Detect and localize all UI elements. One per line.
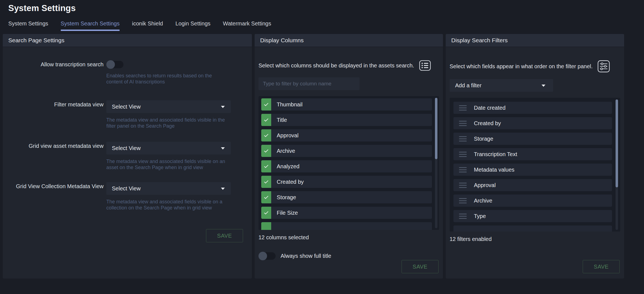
filter-row[interactable]: Type	[453, 210, 612, 222]
columns-scrollbar-thumb[interactable]	[435, 98, 437, 159]
toggle-knob	[258, 252, 267, 260]
filter-row[interactable]: Date created	[453, 102, 612, 114]
grid-collection-view-help: The metadata view and associated fields …	[106, 199, 231, 211]
drag-handle-icon[interactable]	[459, 167, 467, 172]
tab-system-search-settings[interactable]: System Search Settings	[61, 20, 120, 31]
panels-container: Search Page Settings Allow transcription…	[3, 34, 644, 279]
panel-display-search-filters-body: Select which fields appear in what order…	[446, 47, 624, 279]
filter-row[interactable]: Approval	[453, 179, 612, 191]
display-columns-save-button[interactable]: SAVE	[402, 260, 439, 273]
chevron-down-icon	[221, 147, 225, 149]
grid-asset-view-select[interactable]: Select View	[106, 142, 231, 154]
chevron-down-icon	[221, 188, 225, 190]
column-row-label: Storage	[277, 194, 296, 201]
checkbox-checked-icon[interactable]	[261, 207, 271, 219]
add-filter-select[interactable]: Add a filter	[450, 79, 553, 92]
grid-asset-view-help: The metadata view and associated fields …	[106, 158, 231, 170]
drag-handle-icon[interactable]	[459, 105, 467, 111]
filter-row[interactable]: Storage	[453, 133, 612, 145]
filter-row-label: Storage	[474, 136, 493, 142]
checkbox-checked-icon[interactable]	[261, 114, 271, 126]
sliders-icon	[598, 60, 610, 72]
column-row[interactable]: Created by	[261, 176, 432, 188]
grid-collection-view-label: Grid View Collection Metadata View	[7, 182, 106, 211]
filter-metadata-view-select[interactable]: Select View	[106, 100, 231, 113]
chevron-down-icon	[221, 106, 225, 108]
filter-metadata-view-label: Filter metadata view	[7, 100, 106, 129]
tab-system-settings[interactable]: System Settings	[8, 20, 48, 31]
transcription-search-control: Enables searches to return results based…	[106, 60, 233, 85]
column-row-label: Thumbnail	[277, 101, 302, 108]
grid-collection-view-value: Select View	[112, 185, 141, 192]
columns-selected-count: 12 columns selected	[258, 234, 439, 241]
column-row[interactable]: File Size	[261, 207, 432, 219]
grid-collection-view-control: Select View The metadata view and associ…	[106, 182, 233, 211]
tab-iconik-shield[interactable]: iconik Shield	[132, 20, 163, 31]
checkbox-checked-icon[interactable]	[261, 145, 271, 157]
drag-handle-icon[interactable]	[459, 152, 467, 157]
filter-row-label: Approval	[474, 182, 496, 188]
column-row[interactable]: Approval	[261, 129, 432, 141]
checkbox-checked-icon[interactable]	[261, 160, 271, 172]
tab-bar: System Settings System Search Settings i…	[8, 20, 644, 31]
checkbox-checked-icon[interactable]	[261, 129, 271, 141]
tab-login-settings[interactable]: Login Settings	[175, 20, 210, 31]
filter-row[interactable]: Archive	[453, 195, 612, 207]
filters-scrollbar-thumb[interactable]	[616, 99, 618, 187]
grid-collection-view-select[interactable]: Select View	[106, 182, 231, 195]
filter-metadata-view-help: The metadata view and associated fields …	[106, 117, 231, 129]
tab-watermark-settings[interactable]: Watermark Settings	[223, 20, 271, 31]
filter-row[interactable]: Created by	[453, 117, 612, 129]
checkbox-checked-icon[interactable]	[261, 191, 271, 203]
display-columns-description-row: Select which columns should be displayed…	[258, 60, 439, 71]
filter-row[interactable]: Metadata values	[453, 164, 612, 176]
columns-list: Thumbnail Title	[258, 96, 439, 230]
filters-list-rows: Date created Created by Storage	[453, 102, 612, 222]
always-show-full-title-toggle[interactable]	[258, 252, 276, 260]
filter-row-label: Date created	[474, 105, 506, 111]
checkbox-checked-icon[interactable]	[261, 222, 271, 230]
filter-row-label: Metadata values	[474, 167, 514, 173]
column-row-partial[interactable]	[261, 222, 432, 230]
grid-asset-view-value: Select View	[112, 145, 141, 151]
columns-list-rows: Thumbnail Title	[261, 98, 432, 219]
checkbox-checked-icon[interactable]	[261, 176, 271, 188]
column-row[interactable]: Analyzed	[261, 160, 432, 172]
column-row-label: Title	[277, 117, 287, 123]
search-page-save-button[interactable]: SAVE	[206, 229, 243, 242]
drag-handle-icon[interactable]	[459, 183, 467, 188]
transcription-search-row: Allow transcription search Enables searc…	[7, 60, 248, 85]
page-title: System Settings	[8, 3, 644, 13]
drag-handle-icon[interactable]	[459, 214, 467, 219]
display-filters-description-row: Select which fields appear in what order…	[450, 60, 620, 72]
filter-row[interactable]: Transcription Text	[453, 148, 612, 160]
column-row[interactable]: Storage	[261, 191, 432, 203]
column-filter-input[interactable]	[258, 77, 360, 90]
filter-row-partial[interactable]	[453, 225, 612, 232]
column-row-label: Created by	[277, 179, 304, 185]
transcription-search-label: Allow transcription search	[7, 60, 106, 85]
column-row[interactable]: Archive	[261, 145, 432, 157]
column-row[interactable]: Title	[261, 114, 432, 126]
chevron-down-icon	[542, 85, 545, 87]
drag-handle-icon[interactable]	[459, 198, 467, 203]
panel-search-page-settings: Search Page Settings Allow transcription…	[3, 34, 252, 279]
display-columns-description: Select which columns should be displayed…	[258, 62, 414, 69]
drag-handle-icon[interactable]	[459, 121, 467, 126]
checkbox-checked-icon[interactable]	[261, 98, 271, 111]
panel-display-columns: Display Columns Select which columns sho…	[255, 34, 443, 279]
display-filters-save-button[interactable]: SAVE	[583, 260, 620, 273]
filter-metadata-view-row: Filter metadata view Select View The met…	[7, 100, 248, 129]
transcription-search-toggle[interactable]	[106, 60, 123, 69]
panel-display-search-filters: Display Search Filters Select which fiel…	[446, 34, 624, 279]
column-row[interactable]: Thumbnail	[261, 98, 432, 111]
display-filters-description: Select which fields appear in what order…	[450, 63, 593, 70]
list-icon	[419, 60, 431, 71]
filter-row-label: Transcription Text	[474, 151, 517, 158]
filter-metadata-view-value: Select View	[112, 104, 141, 110]
always-show-full-title-label: Always show full title	[281, 253, 331, 259]
filter-row-label: Created by	[474, 120, 501, 127]
full-title-toggle-row: Always show full title	[258, 252, 439, 260]
filter-row-label: Archive	[474, 198, 492, 204]
drag-handle-icon[interactable]	[459, 136, 467, 141]
